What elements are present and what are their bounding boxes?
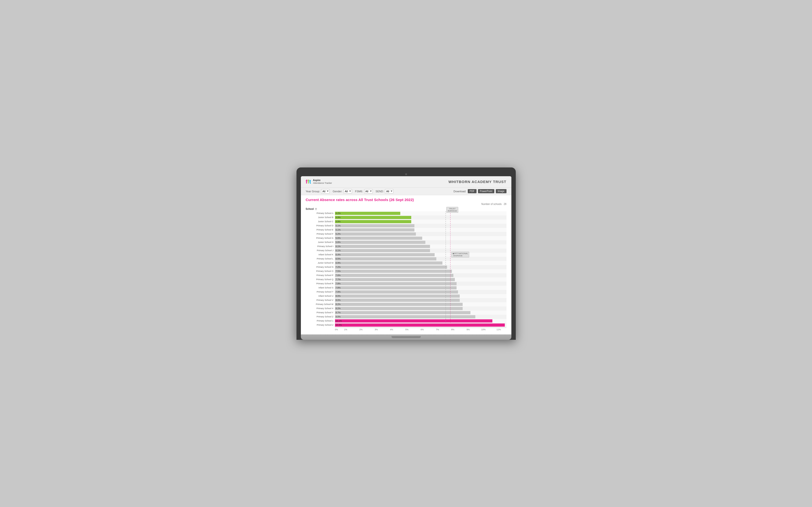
y-label: Junior School B	[306, 215, 335, 220]
bar-value: 6.1%	[336, 249, 341, 252]
num-schools-label: Number of schools	[481, 203, 502, 206]
pdf-button[interactable]: PDF	[468, 189, 476, 193]
bar-value: 7.8%	[336, 282, 341, 285]
app-container: fft Aspire Attendance Tracker WHITBORN A…	[301, 176, 511, 334]
bar: 6.1%	[335, 245, 430, 248]
bar: 4.9%	[335, 220, 411, 223]
y-label: Primary School T	[306, 290, 335, 294]
y-label: Primary School F	[306, 232, 335, 236]
bar: 7.8%	[335, 282, 457, 285]
bar-value: 10.9%	[336, 324, 342, 326]
y-label: Primary School N	[306, 265, 335, 269]
y-labels: School Primary School AJunior School BJu…	[306, 207, 335, 327]
y-label: Infant School K	[306, 252, 335, 257]
bar: 5.2%	[335, 232, 416, 236]
bar-value: 7.9%	[336, 291, 341, 293]
y-label: Primary School Q	[306, 277, 335, 282]
bar-row: 6.1%	[335, 248, 507, 252]
filter-icon[interactable]	[315, 208, 317, 210]
fsm6-label: FSM6:	[355, 190, 363, 193]
y-label: Primary School 1	[306, 319, 335, 323]
bar-row: 7.5%	[335, 269, 507, 273]
logo-f: f	[306, 179, 307, 185]
powerpoint-button[interactable]: PowerPoint	[478, 189, 494, 193]
gender-select[interactable]: All	[344, 189, 352, 193]
y-label: Junior School M	[306, 261, 335, 265]
trust-average-label: TRUSTAVERAGE	[446, 207, 458, 213]
y-label: Junior School C	[306, 220, 335, 224]
bar: 8.0%	[335, 294, 460, 298]
x-tick: 4%	[384, 328, 399, 331]
logo-area: fft Aspire Attendance Tracker	[306, 179, 332, 185]
x-tick: 8%	[445, 328, 460, 331]
bar-row: 7.7%	[335, 277, 507, 282]
bar-row: 8.0%	[335, 298, 507, 302]
bar: 8.2%	[335, 307, 463, 310]
laptop-base	[301, 334, 511, 340]
bar-value: 7.8%	[336, 286, 341, 289]
logo-aspire: Aspire	[313, 179, 332, 182]
bar-value: 6.1%	[336, 245, 341, 247]
chart-subtitle: Number of schools 28	[306, 203, 507, 206]
image-button[interactable]: Image	[496, 189, 507, 193]
year-group-label: Year Group:	[306, 190, 320, 193]
y-label: Primary School D	[306, 224, 335, 228]
year-group-select[interactable]: All	[321, 189, 329, 193]
x-tick: 0%	[335, 328, 338, 331]
send-select[interactable]: All	[385, 189, 394, 193]
bar: 9.0%	[335, 315, 475, 318]
chart-wrapper: School Primary School AJunior School BJu…	[306, 207, 507, 327]
send-filter: SEND: All	[376, 189, 394, 193]
bar-value: 4.9%	[336, 220, 341, 223]
bar: 7.2%	[335, 266, 447, 269]
y-label: Primary School I	[306, 244, 335, 248]
bar-row: 7.6%	[335, 273, 507, 277]
gender-label: Gender:	[333, 190, 342, 193]
bar-value: 6.5%	[336, 258, 341, 260]
bar-value: 7.6%	[336, 274, 341, 277]
bar: 7.5%	[335, 270, 452, 273]
bar: 5.1%	[335, 228, 414, 231]
bar: 8.0%	[335, 299, 460, 302]
bar-row: 6.1%	[335, 244, 507, 248]
y-label: Infant School S	[306, 286, 335, 290]
bar-row: 7.8%	[335, 282, 507, 286]
x-axis: 0%1%2%3%4%5%6%7%8%9%10%11%	[335, 328, 507, 331]
chart-section: Current Absence rates across All Trust S…	[301, 195, 511, 334]
y-label: Primary School Z	[306, 315, 335, 319]
y-label: Primary School 2	[306, 323, 335, 327]
bar-row: 4.2%	[335, 211, 507, 215]
bar-value: 5.1%	[336, 224, 341, 227]
bar: 7.7%	[335, 278, 455, 281]
bar-value: 7.5%	[336, 270, 341, 272]
fsm6-filter: FSM6: All	[355, 189, 372, 193]
bar-row: 10.1%	[335, 319, 507, 323]
y-label: Primary School V	[306, 298, 335, 302]
bar: 5.6%	[335, 237, 422, 240]
bar-value: 4.9%	[336, 216, 341, 219]
y-label: Primary School E	[306, 228, 335, 232]
bar: 4.9%	[335, 216, 411, 219]
bar: 5.8%	[335, 241, 425, 244]
x-tick: 7%	[430, 328, 445, 331]
bar-value: 5.1%	[336, 229, 341, 231]
bar: 8.2%	[335, 303, 463, 306]
y-label: Primary School R	[306, 282, 335, 286]
bar-value: 6.9%	[336, 262, 341, 264]
bar-value: 9.0%	[336, 316, 341, 318]
bar-row: 7.2%	[335, 265, 507, 269]
bar-row: 7.8%	[335, 286, 507, 290]
y-label: Primary School G	[306, 236, 335, 240]
bar-value: 7.2%	[336, 266, 341, 268]
fsm6-select[interactable]: All	[364, 189, 373, 193]
org-title: WHITBORN ACADEMY TRUST	[449, 180, 507, 184]
bar-value: 8.2%	[336, 307, 341, 309]
bar: 10.1%	[335, 319, 492, 323]
bar-row: 6.4%	[335, 252, 507, 257]
y-label: Primary School Y	[306, 311, 335, 315]
laptop-notch	[392, 336, 421, 338]
bar-value: 8.7%	[336, 311, 341, 314]
bar-row: 8.7%	[335, 311, 507, 315]
gender-filter: Gender: All	[333, 189, 352, 193]
logo-tracker: Attendance Tracker	[313, 182, 332, 184]
